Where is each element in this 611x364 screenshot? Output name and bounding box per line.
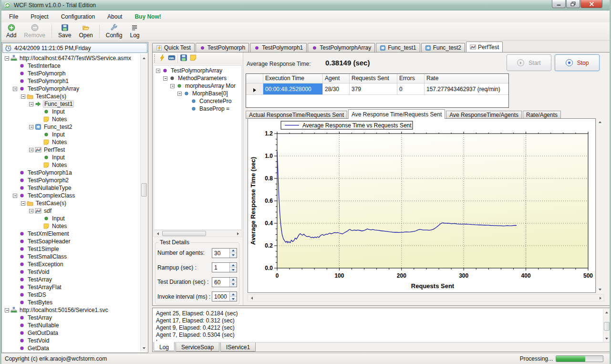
tree-expander-icon[interactable] xyxy=(29,209,33,213)
tree-item-testarrayflat[interactable]: TestArrayFlat xyxy=(3,283,140,291)
chart-tab-ave-response-time-requests-sent[interactable]: Ave Response Time/Requests Sent xyxy=(348,109,445,119)
tree-item-input[interactable]: Input xyxy=(3,131,140,138)
lightning-button[interactable] xyxy=(158,54,166,63)
grid-row-selector[interactable] xyxy=(246,83,263,95)
grid-column-header-errors[interactable]: Errors xyxy=(397,74,425,83)
tree-expander-icon[interactable] xyxy=(177,92,182,96)
tree-item-baseprop[interactable]: BaseProp = xyxy=(154,105,241,113)
tree-expander-icon[interactable] xyxy=(29,148,33,152)
tree-item-testpolymorph1a[interactable]: TestPolymorph1a xyxy=(3,169,140,177)
tree-expander-icon[interactable] xyxy=(13,87,17,91)
scroll-left-icon[interactable] xyxy=(154,230,161,237)
grid-column-header-requests-sent[interactable]: Requests Sent xyxy=(350,74,397,83)
tree-item-testds[interactable]: TestDS xyxy=(3,291,140,299)
tree-item-testcase-s[interactable]: TestCase(s) xyxy=(3,93,140,100)
tree-scrollbar[interactable] xyxy=(140,54,147,352)
tree-item-testpolymorph[interactable]: TestPolymorph xyxy=(3,70,140,77)
tree-item-methodparameters[interactable]: MethodParameters xyxy=(154,74,241,82)
chart-hscrollbar[interactable] xyxy=(248,294,604,302)
rampup-sec-input[interactable]: 1 xyxy=(212,262,237,272)
menu-item-project[interactable]: Project xyxy=(24,11,54,22)
scroll-up-icon[interactable] xyxy=(141,54,147,62)
grid-cell[interactable]: 00:00:48.2528000 xyxy=(263,83,323,95)
spin-down-button[interactable] xyxy=(230,296,237,301)
tree-expander-icon[interactable] xyxy=(21,94,25,99)
add-button[interactable]: Add xyxy=(2,23,20,39)
menu-item-configuration[interactable]: Configuration xyxy=(55,11,101,22)
menu-item-file[interactable]: File xyxy=(3,11,24,22)
tree-item-testarray[interactable]: TestArray xyxy=(3,314,140,322)
grid-data-row[interactable]: 00:00:48.252800028/303790157.27794346293… xyxy=(246,83,508,95)
chart-vscrollbar[interactable] xyxy=(596,118,603,293)
invoke-interval-ms-input[interactable]: 1000 xyxy=(212,291,237,302)
tree-item-morpheusarray-mor[interactable]: morpheusArray Mor xyxy=(154,82,241,90)
save-button[interactable]: Save xyxy=(54,23,75,39)
grid-cell[interactable]: 379 xyxy=(350,83,397,95)
close-button[interactable] xyxy=(580,0,602,8)
stop-button[interactable]: Stop xyxy=(555,54,600,71)
grid-column-header-rate[interactable]: Rate xyxy=(425,74,509,83)
tree-item-testpolymorpharray[interactable]: TestPolymorphArray xyxy=(3,85,140,93)
scroll-right-icon[interactable] xyxy=(597,295,604,301)
spin-down-button[interactable] xyxy=(230,267,237,272)
tree-item-input[interactable]: Input xyxy=(3,154,140,161)
tab-func-test1[interactable]: Func_test1 xyxy=(376,43,420,52)
tree-item-testnullabletype[interactable]: TestNullableType xyxy=(3,184,140,192)
tree-item-testpolymorph2[interactable]: TestPolymorph2 xyxy=(3,177,140,184)
grid-column-header-execution-time[interactable]: Execution Time xyxy=(263,74,323,83)
tree-item-notes[interactable]: Notes xyxy=(3,222,140,230)
grid-cell[interactable]: 0 xyxy=(397,83,425,95)
tree-item-func-test1[interactable]: Func_test1 xyxy=(3,100,140,108)
save-button[interactable] xyxy=(180,54,187,63)
log-tab-servicesoap[interactable]: ServiceSoap xyxy=(176,343,219,352)
tree-expander-icon[interactable] xyxy=(163,76,167,81)
notes-button[interactable] xyxy=(189,54,197,63)
scroll-down-icon[interactable] xyxy=(141,344,147,352)
tree-item-test1simple[interactable]: Test1Simple xyxy=(3,245,140,253)
spin-down-button[interactable] xyxy=(230,282,237,287)
tree-item-concretepro[interactable]: ConcretePro xyxy=(154,97,241,105)
grid-cell[interactable]: 28/30 xyxy=(323,83,350,95)
tree-expander-icon[interactable] xyxy=(170,84,175,88)
tree-item-sdf[interactable]: sdf xyxy=(3,207,140,215)
menu-item-buy-now[interactable]: Buy Now! xyxy=(128,11,167,22)
log-tab-log[interactable]: Log xyxy=(154,342,175,351)
tab-testpolymorph1[interactable]: TestPolymorph1 xyxy=(250,43,307,52)
number-of-agents-input[interactable]: 30 xyxy=(212,248,237,258)
tree-expander-icon[interactable] xyxy=(29,102,33,106)
tree-item-testnullable[interactable]: TestNullable xyxy=(3,322,140,329)
tree-item-notes[interactable]: Notes xyxy=(3,115,140,123)
parameter-tree-hscrollbar[interactable] xyxy=(154,230,242,237)
log-scrollbar[interactable] xyxy=(603,309,610,342)
tree-item-testinterface[interactable]: TestInterface xyxy=(3,62,140,70)
scroll-up-icon[interactable] xyxy=(603,309,610,316)
grid-cell[interactable]: 157.277943462937 (req/min) xyxy=(425,83,509,95)
tree-item-func-test2[interactable]: Func_test2 xyxy=(3,123,140,131)
tab-func-test2[interactable]: Func_test2 xyxy=(421,43,465,52)
tab-testpolymorph[interactable]: TestPolymorph xyxy=(196,43,249,52)
tree-expander-icon[interactable] xyxy=(156,69,160,73)
tree-item-testpolymorpharray[interactable]: TestPolymorphArray xyxy=(154,67,241,74)
open-button[interactable]: Open xyxy=(75,23,96,39)
tree-item-testarray[interactable]: TestArray xyxy=(3,276,140,283)
log-tab-iservice1[interactable]: IService1 xyxy=(220,343,256,352)
scroll-thumb[interactable] xyxy=(141,183,147,197)
tree-item-getdata[interactable]: GetData xyxy=(3,344,140,352)
chart-tab-actual-responsetime-requests-sent[interactable]: Actual ResponseTime/Requests Sent xyxy=(246,111,347,119)
tab-testpolymorpharray[interactable]: TestPolymorphArray xyxy=(308,43,375,52)
test-duration-sec-input[interactable]: 60 xyxy=(212,277,237,287)
remove-button[interactable]: Remove xyxy=(20,23,49,39)
menu-item-about[interactable]: About xyxy=(101,11,128,22)
config-button[interactable]: Config xyxy=(102,23,126,39)
grid-column-header-agent[interactable]: Agent xyxy=(323,74,350,83)
tree-item-morphbase-0[interactable]: MorphBase[0] xyxy=(154,90,241,97)
chart-tab-ave-responsetime-agents[interactable]: Ave ResponseTime/Agents xyxy=(446,111,522,119)
scroll-down-icon[interactable] xyxy=(597,286,603,293)
chart-tab-rate-agents[interactable]: Rate/Agents xyxy=(523,111,561,119)
tree-item-testcase-s[interactable]: TestCase(s) xyxy=(3,199,140,207)
tree-item-input[interactable]: Input xyxy=(3,215,140,222)
spin-up-button[interactable] xyxy=(230,278,237,282)
scroll-thumb[interactable] xyxy=(162,231,206,236)
start-button[interactable]: Start xyxy=(507,54,551,71)
tab-quick-test[interactable]: Quick Test xyxy=(152,43,195,52)
